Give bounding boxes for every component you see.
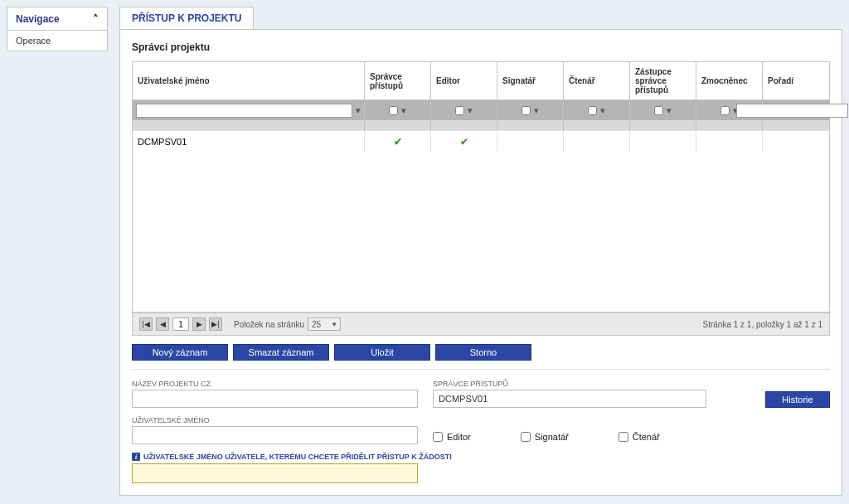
cell-signatar [497, 130, 564, 152]
tab-access[interactable]: PŘÍSTUP K PROJEKTU [119, 7, 254, 29]
sidebar-item-label: Operace [16, 36, 51, 46]
col-signatar[interactable]: Signatář [497, 62, 564, 100]
filter-poradi-input[interactable] [736, 104, 848, 118]
cell-editor: ✔ [431, 130, 497, 152]
filter-zmocnenec-check[interactable] [720, 106, 730, 115]
sidebar-item-operace[interactable]: Operace [7, 31, 107, 51]
pager-next[interactable]: ▶ [192, 317, 206, 331]
table-header-row: Uživatelské jméno Správce přístupů Edito… [133, 62, 829, 100]
form-row-2: UŽIVATELSKÉ JMÉNO Editor Signatář Čtenář [132, 416, 830, 444]
section-title: Správci projektu [132, 41, 830, 53]
panel: Správci projektu Uživatelské jméno Správ… [119, 29, 842, 496]
footnote: i UŽIVATELSKÉ JMÉNO UŽIVATELE, KTERÉMU C… [132, 453, 830, 461]
sidebar-header[interactable]: Navigace ˄ [7, 7, 107, 31]
filter-icon[interactable]: ▾ [468, 105, 473, 116]
cell-spravce: ✔ [365, 130, 431, 152]
divider-row [133, 120, 829, 130]
pager-page-input[interactable] [172, 317, 189, 331]
sidebar-title: Navigace [16, 13, 60, 25]
check-ctenar[interactable] [619, 432, 628, 442]
cancel-button[interactable]: Storno [435, 344, 531, 361]
col-username[interactable]: Uživatelské jméno [133, 62, 365, 100]
action-bar: Nový záznam Smazat záznam Uložit Storno [132, 336, 830, 370]
pager-first[interactable]: |◀ [139, 317, 153, 331]
chevron-down-icon: ▼ [331, 321, 340, 328]
check-ctenar-wrap[interactable]: Čtenář [619, 432, 660, 442]
col-poradi[interactable]: Pořadí [763, 62, 829, 100]
check-icon: ✔ [394, 136, 402, 148]
check-signatar[interactable] [521, 432, 531, 442]
check-icon: ✔ [460, 136, 468, 148]
cell-ctenar [564, 130, 630, 152]
pager-summary: Stránka 1 z 1, položky 1 až 1 z 1 [702, 320, 822, 329]
cell-zmocnenec [696, 130, 763, 152]
tab-strip: PŘÍSTUP K PROJEKTU [119, 7, 842, 29]
cell-poradi [763, 130, 829, 152]
filter-icon[interactable]: ▾ [401, 105, 406, 116]
cell-username: DCMPSV01 [133, 130, 365, 152]
assign-user-input[interactable] [132, 463, 418, 483]
new-button[interactable]: Nový záznam [132, 344, 228, 361]
filter-username-input[interactable] [136, 104, 352, 118]
pager-per-page-select[interactable]: 25 ▼ [308, 317, 341, 331]
filter-icon[interactable]: ▾ [667, 105, 672, 116]
table-row[interactable]: DCMPSV01 ✔ ✔ [133, 130, 829, 152]
filter-icon[interactable]: ▾ [600, 105, 605, 116]
admin-input[interactable] [433, 390, 706, 408]
filter-icon[interactable]: ▾ [356, 105, 361, 116]
field-admin: SPRÁVCE PŘÍSTUPŮ [433, 380, 706, 408]
chevron-up-icon: ˄ [93, 12, 99, 25]
username-input[interactable] [132, 426, 418, 444]
project-name-input[interactable] [132, 390, 418, 408]
save-button[interactable]: Uložit [334, 344, 430, 361]
filter-spravce-check[interactable] [389, 106, 398, 115]
history-button[interactable]: Historie [765, 391, 830, 408]
sidebar: Navigace ˄ Operace [7, 7, 108, 51]
check-signatar-wrap[interactable]: Signatář [521, 432, 569, 442]
admin-label: SPRÁVCE PŘÍSTUPŮ [433, 380, 706, 388]
col-zmocnenec[interactable]: Zmocněnec [696, 62, 763, 100]
pager: |◀ ◀ ▶ ▶| Položek na stránku 25 ▼ Stránk… [133, 313, 829, 335]
filter-row: ▾ ▾ ▾ ▾ ▾ ▾ ▾ ▾ [133, 100, 829, 120]
check-signatar-label: Signatář [535, 432, 569, 442]
form-row-1: NÁZEV PROJEKTU CZ SPRÁVCE PŘÍSTUPŮ Histo… [132, 380, 830, 408]
delete-button[interactable]: Smazat záznam [233, 344, 329, 361]
field-username: UŽIVATELSKÉ JMÉNO [132, 416, 418, 444]
check-editor-label: Editor [447, 432, 471, 442]
filter-icon[interactable]: ▾ [534, 105, 539, 116]
footnote-text: UŽIVATELSKÉ JMÉNO UŽIVATELE, KTERÉMU CHC… [143, 453, 452, 461]
pager-per-page-label: Položek na stránku [234, 320, 304, 329]
pager-prev[interactable]: ◀ [156, 317, 169, 331]
admins-table: Uživatelské jméno Správce přístupů Edito… [132, 61, 830, 336]
check-editor-wrap[interactable]: Editor [433, 432, 471, 442]
col-ctenar[interactable]: Čtenář [564, 62, 630, 100]
filter-signatar-check[interactable] [522, 106, 531, 115]
field-project-name: NÁZEV PROJEKTU CZ [132, 380, 418, 408]
check-editor[interactable] [433, 432, 443, 442]
main-panel: PŘÍSTUP K PROJEKTU Správci projektu Uživ… [119, 7, 842, 496]
col-spravce[interactable]: Správce přístupů [365, 62, 431, 100]
pager-last[interactable]: ▶| [209, 317, 222, 331]
pager-per-page-value: 25 [312, 320, 321, 329]
col-editor[interactable]: Editor [431, 62, 497, 100]
filter-ctenar-check[interactable] [588, 106, 597, 115]
username-label: UŽIVATELSKÉ JMÉNO [132, 416, 418, 424]
info-icon: i [132, 453, 140, 461]
col-zastupce[interactable]: Zástupce správce přístupů [630, 62, 696, 100]
role-checks: Editor Signatář Čtenář [433, 432, 660, 444]
cell-zastupce [630, 130, 696, 152]
filter-zastupce-check[interactable] [654, 106, 663, 115]
check-ctenar-label: Čtenář [633, 432, 660, 442]
filter-editor-check[interactable] [455, 106, 464, 115]
table-body: DCMPSV01 ✔ ✔ [133, 130, 829, 313]
project-name-label: NÁZEV PROJEKTU CZ [132, 380, 418, 388]
